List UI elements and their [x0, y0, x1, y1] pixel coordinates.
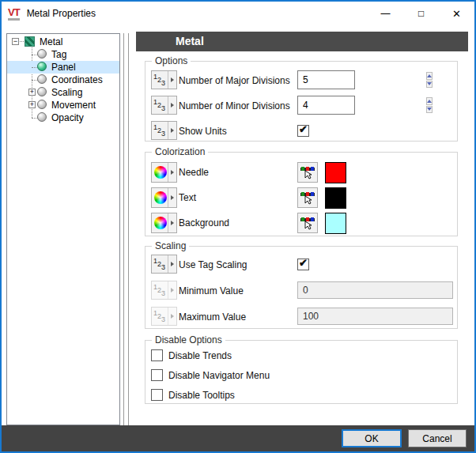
color-property-button[interactable] [151, 213, 177, 233]
text-color-swatch[interactable] [325, 187, 346, 209]
color-picker-icon [300, 165, 315, 179]
numeric-property-button[interactable]: 123 [151, 255, 177, 274]
expand-expander-icon[interactable]: + [28, 101, 36, 108]
sphere-icon [37, 100, 47, 109]
sphere-icon [37, 74, 47, 84]
tree-node-label[interactable]: Movement [51, 100, 96, 111]
tree-node-coordinates[interactable]: Coordinates [7, 74, 119, 86]
gauge-icon [25, 36, 35, 47]
check-icon: ✔ [299, 123, 308, 135]
tree-node-panel-selected[interactable]: Panel [7, 61, 119, 74]
text-color-row: Text [151, 187, 451, 208]
tree-node-label[interactable]: Tag [51, 49, 66, 60]
tree-node-tag[interactable]: Tag [7, 48, 119, 61]
close-button[interactable]: ✕ [439, 2, 474, 25]
show-units-checkbox[interactable]: ✔ [297, 125, 309, 137]
numeric-icon: 123 [152, 308, 168, 325]
spin-down-icon [427, 82, 432, 85]
tree-node-metal[interactable]: − Metal [7, 36, 119, 48]
dropdown-arrow-icon[interactable] [168, 71, 176, 89]
minimize-button[interactable]: — [368, 2, 403, 25]
disable-tooltips-label: Disable Tooltips [168, 385, 235, 406]
tree-node-opacity[interactable]: Opacity [7, 111, 119, 124]
numeric-icon: 123 [152, 71, 168, 89]
spin-up-button[interactable] [426, 72, 433, 80]
numeric-icon: 123 [152, 122, 168, 139]
tree-panel-splitter[interactable] [123, 33, 129, 425]
tree-node-label[interactable]: Coordinates [51, 74, 103, 85]
check-icon: ✔ [299, 257, 308, 269]
tree-node-label[interactable]: Scaling [51, 87, 82, 98]
show-units-label: Show Units [179, 121, 227, 142]
needle-color-row: Needle [151, 162, 451, 183]
numeric-icon: 123 [152, 281, 168, 299]
numeric-property-button[interactable]: 123 [151, 96, 177, 115]
metal-properties-dialog: VT Metal Properties — □ ✕ − Metal Tag Pa… [0, 0, 476, 453]
use-tag-scaling-row: 123 Use Tag Scaling ✔ [151, 255, 451, 275]
background-color-swatch[interactable] [325, 213, 346, 234]
disable-tooltips-checkbox[interactable] [151, 389, 163, 401]
sphere-icon [37, 87, 47, 96]
use-tag-scaling-label: Use Tag Scaling [179, 255, 247, 275]
use-tag-scaling-checkbox[interactable]: ✔ [297, 259, 309, 270]
disable-tooltips-row: Disable Tooltips [151, 385, 451, 406]
numeric-property-button-disabled: 123 [151, 307, 177, 326]
spin-down-icon [427, 108, 432, 111]
disable-options-group: Disable Options Disable Trends Disable N… [145, 340, 458, 404]
color-property-button[interactable] [151, 187, 177, 208]
sphere-icon [37, 112, 47, 122]
options-group-title: Options [152, 55, 191, 66]
color-picker-button[interactable] [297, 187, 318, 208]
minimize-icon: — [381, 9, 391, 17]
major-divisions-spinner[interactable] [297, 70, 355, 89]
disable-options-group-title: Disable Options [152, 334, 225, 345]
minor-divisions-input[interactable] [298, 96, 425, 114]
tree-node-scaling[interactable]: + Scaling [7, 86, 119, 99]
tree-node-label[interactable]: Panel [51, 62, 76, 73]
colorization-group: Colorization Needle [145, 152, 458, 236]
numeric-property-button[interactable]: 123 [151, 70, 177, 89]
color-wheel-icon [152, 163, 168, 182]
spin-up-button[interactable] [426, 97, 433, 105]
color-picker-icon [300, 216, 315, 230]
color-wheel-icon [152, 188, 168, 207]
cancel-button[interactable]: Cancel [408, 429, 467, 447]
dropdown-arrow-icon[interactable] [168, 163, 176, 182]
background-label: Background [179, 213, 229, 233]
numeric-property-button[interactable]: 123 [151, 121, 177, 140]
needle-label: Needle [179, 162, 209, 183]
spin-down-button[interactable] [426, 106, 433, 114]
dropdown-arrow-icon[interactable] [168, 188, 176, 207]
background-color-row: Background [151, 213, 451, 233]
minimum-value-input [297, 281, 453, 299]
dropdown-arrow-icon[interactable] [168, 255, 176, 273]
title-bar: VT Metal Properties — □ ✕ [2, 2, 474, 25]
dropdown-arrow-icon [168, 281, 176, 299]
major-divisions-input[interactable] [298, 71, 425, 89]
tree-node-label[interactable]: Metal [40, 36, 62, 47]
dropdown-arrow-icon[interactable] [168, 122, 176, 139]
disable-navigator-menu-checkbox[interactable] [151, 369, 163, 381]
numeric-icon: 123 [152, 96, 168, 114]
minor-divisions-label: Number of Minor Divisions [179, 96, 290, 116]
color-picker-button[interactable] [297, 162, 318, 183]
show-units-row: 123 Show Units ✔ [151, 121, 451, 142]
numeric-icon: 123 [152, 255, 168, 273]
color-picker-button[interactable] [297, 213, 318, 233]
tree-node-movement[interactable]: + Movement [7, 99, 119, 111]
dropdown-arrow-icon[interactable] [168, 213, 176, 232]
close-icon: ✕ [452, 8, 461, 20]
needle-color-swatch[interactable] [325, 162, 346, 183]
disable-trends-checkbox[interactable] [151, 349, 163, 361]
maximize-button[interactable]: □ [403, 2, 439, 25]
disable-navigator-menu-label: Disable Navigator Menu [168, 365, 270, 386]
footer-bar: OK Cancel [2, 425, 474, 451]
dropdown-arrow-icon[interactable] [168, 96, 176, 114]
tree-node-label[interactable]: Opacity [51, 112, 84, 123]
minor-divisions-spinner[interactable] [297, 96, 355, 115]
ok-button[interactable]: OK [342, 429, 402, 447]
collapse-expander-icon[interactable]: − [12, 38, 19, 45]
color-property-button[interactable] [151, 162, 177, 183]
expand-expander-icon[interactable]: + [28, 89, 36, 96]
spin-down-button[interactable] [426, 81, 433, 89]
